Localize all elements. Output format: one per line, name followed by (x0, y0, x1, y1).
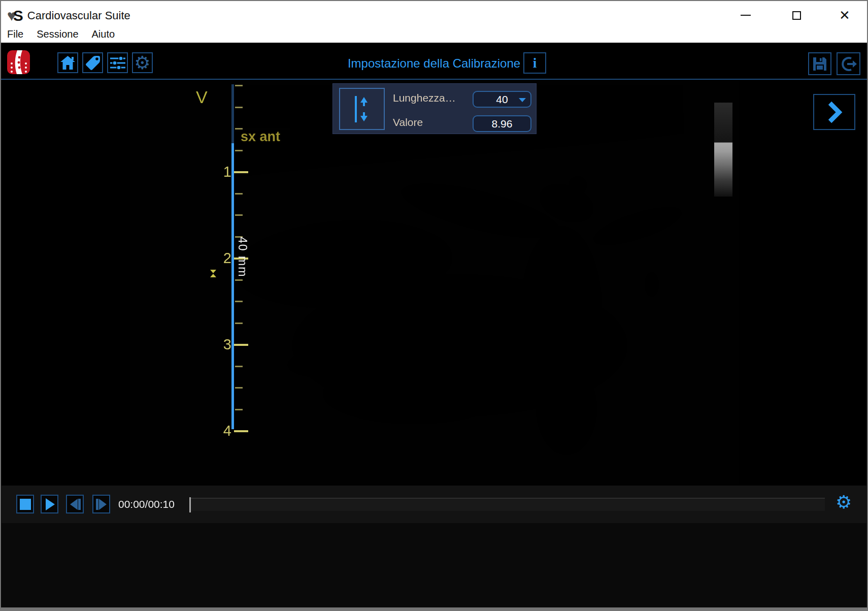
stop-button[interactable] (16, 495, 34, 513)
next-button[interactable] (813, 94, 855, 130)
menu-sessione[interactable]: Sessione (37, 28, 78, 40)
close-icon: ✕ (839, 8, 850, 23)
menu-file[interactable]: File (7, 28, 23, 40)
calibration-panel: Lunghezza… 40 Valore 8.96 (332, 83, 537, 134)
caliper-marker-icon[interactable] (210, 270, 216, 277)
caliper-line-upper (231, 84, 234, 143)
progress-bar[interactable] (189, 498, 825, 511)
dropdown-arrow-icon (519, 98, 526, 102)
chevron-right-icon (826, 101, 843, 124)
exit-icon (840, 56, 857, 72)
app-logo: ♥ S Cardiovascular Suite (7, 7, 130, 24)
ruler-number-4: 4 (216, 423, 231, 439)
step-back-button[interactable] (66, 495, 84, 513)
minimize-icon (741, 15, 751, 16)
save-icon (812, 56, 828, 72)
value-input[interactable]: 8.96 (473, 115, 531, 132)
ruler-number-1: 1 (216, 164, 231, 180)
maximize-icon (792, 11, 801, 20)
region-label: sx ant (241, 129, 280, 145)
page-title: Impostazione della Calibrazione (0, 56, 868, 71)
stop-icon (20, 499, 31, 510)
length-dropdown[interactable]: 40 (473, 91, 531, 108)
step-forward-button[interactable] (92, 495, 110, 513)
value-text: 8.96 (492, 118, 513, 130)
menu-bar: File Sessione Aiuto (7, 28, 115, 40)
play-button[interactable] (41, 495, 58, 513)
step-forward-icon (95, 499, 108, 510)
maximize-button[interactable] (785, 6, 808, 24)
length-tool-button[interactable] (339, 88, 385, 130)
length-value: 40 (496, 93, 508, 106)
caliper-line[interactable] (231, 143, 234, 429)
minimize-button[interactable] (735, 6, 757, 24)
ruler-number-3: 3 (216, 336, 231, 353)
close-button[interactable]: ✕ (833, 6, 856, 24)
window-border-bottom (0, 607, 868, 611)
vertical-caliper-icon (351, 94, 373, 124)
value-label: Valore (393, 116, 423, 128)
exit-button[interactable] (837, 52, 860, 75)
ruler-number-2: 2 (216, 250, 231, 267)
window-border-left (0, 0, 1, 611)
playback-settings-gear-icon[interactable]: ⚙ (836, 492, 852, 513)
info-icon: i (533, 55, 537, 71)
time-display: 00:00/00:10 (118, 498, 175, 510)
info-button[interactable]: i (523, 52, 546, 74)
depth-label: 40 mm (236, 237, 249, 277)
grayscale-reference-bar (714, 103, 732, 197)
toolbar-separator (1, 79, 867, 80)
length-label: Lunghezza… (393, 92, 456, 104)
playhead[interactable] (189, 497, 191, 512)
v-annotation: V (196, 87, 208, 107)
bottom-panel (2, 523, 866, 607)
titlebar: ♥ S Cardiovascular Suite ✕ File Sessione… (1, 1, 867, 43)
app-title: Cardiovascular Suite (27, 9, 130, 22)
application-window: ♥ S Cardiovascular Suite ✕ File Sessione… (0, 0, 868, 611)
step-back-icon (69, 499, 81, 510)
save-button[interactable] (808, 52, 831, 75)
play-icon (45, 498, 55, 510)
menu-aiuto[interactable]: Aiuto (92, 28, 115, 40)
logo-s-letter: S (13, 7, 23, 24)
